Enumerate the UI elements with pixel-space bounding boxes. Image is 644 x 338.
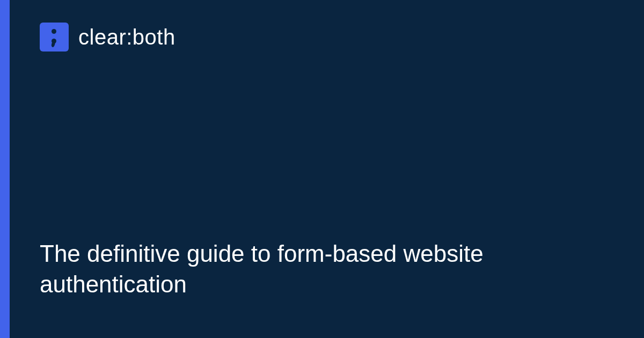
brand-name: clear:both <box>78 25 175 49</box>
content-area: clear:both The definitive guide to form-… <box>10 0 644 338</box>
article-title: The definitive guide to form-based websi… <box>40 238 603 315</box>
semicolon-icon <box>49 28 60 46</box>
logo-icon <box>40 23 69 52</box>
brand-header: clear:both <box>40 23 614 52</box>
accent-stripe <box>0 0 10 338</box>
